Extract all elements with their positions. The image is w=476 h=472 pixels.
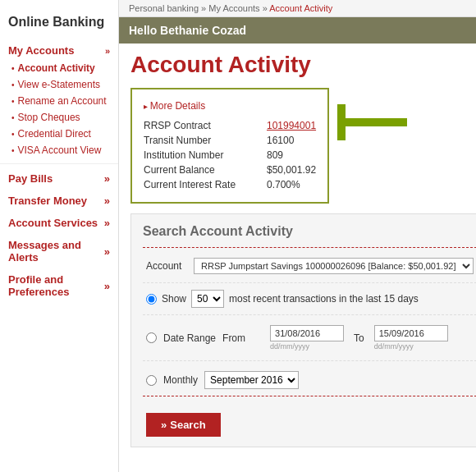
date-range-label: Date Range — [163, 332, 216, 344]
transit-value: 16100 — [267, 135, 294, 146]
sidebar-pay-bills-chevron: » — [104, 172, 110, 185]
rrsp-value[interactable]: 101994001 — [267, 120, 316, 131]
show-row: Show 50 most recent transactions in the … — [143, 290, 476, 308]
sidebar-account-services-label: Account Services — [8, 217, 98, 229]
search-section-title: Search Account Activity — [143, 224, 476, 239]
date-range-row: Date Range From dd/mm/yyyy To dd/mm/yyyy — [143, 322, 476, 354]
sidebar-section-messages[interactable]: Messages and Alerts » — [0, 234, 118, 268]
content-area: Account Activity More Details RRSP Contr… — [119, 44, 476, 456]
sidebar-transfer-label: Transfer Money — [8, 195, 87, 207]
search-top-divider — [143, 247, 476, 248]
search-button[interactable]: Search — [146, 413, 221, 437]
show-label: Show — [162, 293, 186, 305]
from-date-input[interactable] — [270, 325, 344, 341]
sidebar-item-account-activity[interactable]: • Account Activity — [0, 60, 118, 76]
sidebar-pay-bills-label: Pay Bills — [8, 172, 53, 185]
balance-row: Current Balance $50,001.92 — [144, 163, 316, 177]
sidebar-item-stop-cheques[interactable]: • Stop Cheques — [0, 109, 118, 126]
date-range-radio[interactable] — [146, 332, 157, 343]
sidebar-profile-chevron: » — [104, 280, 110, 292]
more-details-link[interactable]: More Details — [144, 100, 205, 112]
account-select[interactable]: RRSP Jumpstart Savings 100000026096 [Bal… — [194, 258, 474, 274]
breadcrumb-part2: My Accounts — [208, 3, 259, 13]
monthly-row: Monthly September 2016 — [143, 368, 476, 392]
sidebar-section-account-services[interactable]: Account Services » — [0, 212, 118, 234]
breadcrumb: Personal banking » My Accounts » Account… — [119, 0, 476, 17]
sidebar-item-estatements-label: View e-Statements — [18, 79, 101, 90]
to-date-input[interactable] — [374, 325, 448, 341]
rrsp-row: RRSP Contract 101994001 — [144, 118, 316, 133]
sidebar-section-accounts-label: My Accounts — [8, 44, 74, 57]
breadcrumb-sep2: » — [263, 3, 270, 13]
account-label: Account — [146, 260, 187, 272]
hello-bar: Hello Bethanie Cozad — [119, 17, 476, 44]
to-label: To — [354, 332, 364, 344]
institution-label: Institution Number — [144, 149, 250, 161]
search-inner-divider1 — [143, 282, 476, 283]
interest-row: Current Interest Rate 0.700% — [144, 177, 316, 192]
balance-label: Current Balance — [144, 164, 250, 176]
institution-row: Institution Number 809 — [144, 148, 316, 163]
sidebar-account-services-chevron: » — [104, 217, 110, 229]
show-radio[interactable] — [146, 294, 157, 305]
sidebar-section-accounts: My Accounts » • Account Activity • View … — [0, 41, 118, 158]
sidebar-item-account-activity-label: Account Activity — [18, 62, 95, 74]
search-bottom-divider — [143, 396, 476, 396]
sidebar-logo: Online Banking — [0, 8, 118, 41]
show-count-select[interactable]: 50 — [191, 290, 224, 308]
monthly-label: Monthly — [163, 374, 198, 386]
to-date-wrapper: dd/mm/yyyy — [374, 325, 448, 351]
account-form-row: Account RRSP Jumpstart Savings 100000026… — [143, 258, 476, 274]
sidebar-messages-chevron: » — [104, 245, 110, 258]
from-date-wrapper: dd/mm/yyyy — [270, 325, 344, 351]
sidebar-profile-label: Profile and Preferences — [8, 273, 104, 298]
transit-label: Transit Number — [144, 135, 250, 146]
arrow-wrapper — [337, 104, 411, 143]
from-label: From — [222, 332, 263, 344]
show-suffix: most recent transactions in the last 15 … — [229, 293, 419, 305]
from-date-placeholder: dd/mm/yyyy — [270, 342, 344, 351]
bullet-icon: • — [11, 64, 15, 73]
month-select[interactable]: September 2016 — [204, 371, 299, 389]
to-date-placeholder: dd/mm/yyyy — [374, 342, 448, 351]
breadcrumb-sep1: » — [201, 3, 208, 13]
sidebar-item-rename[interactable]: • Rename an Account — [0, 93, 118, 109]
search-section: Search Account Activity Account RRSP Jum… — [130, 213, 476, 447]
sidebar-item-visa[interactable]: • VISA Account View — [0, 142, 118, 158]
sidebar-section-accounts-header[interactable]: My Accounts » — [0, 41, 118, 60]
sidebar-item-estatements[interactable]: • View e-Statements — [0, 76, 118, 93]
arrow-icon — [337, 104, 411, 140]
interest-label: Current Interest Rate — [144, 179, 250, 190]
balance-value: $50,001.92 — [267, 164, 316, 176]
hello-bar-text: Hello Bethanie Cozad — [129, 24, 246, 37]
sidebar-section-pay-bills[interactable]: Pay Bills » — [0, 167, 118, 190]
sidebar-section-accounts-chevron: » — [105, 46, 110, 56]
sidebar-item-credential-direct[interactable]: • Credential Direct — [0, 126, 118, 142]
sidebar-item-visa-label: VISA Account View — [18, 144, 102, 156]
interest-value: 0.700% — [267, 179, 300, 190]
search-inner-divider3 — [143, 360, 476, 361]
rrsp-label: RRSP Contract — [144, 120, 250, 131]
sidebar-section-transfer-money[interactable]: Transfer Money » — [0, 190, 118, 212]
bullet-icon: • — [11, 97, 15, 106]
details-box: More Details RRSP Contract 101994001 Tra… — [130, 88, 329, 204]
main-content: Personal banking » My Accounts » Account… — [119, 0, 476, 472]
sidebar-item-credential-direct-label: Credential Direct — [18, 128, 91, 140]
monthly-radio[interactable] — [146, 375, 157, 386]
sidebar-item-stop-cheques-label: Stop Cheques — [18, 112, 80, 123]
bullet-icon: • — [11, 130, 15, 139]
bullet-icon: • — [11, 113, 15, 122]
bullet-icon: • — [11, 80, 15, 89]
page-title: Account Activity — [130, 52, 476, 78]
transit-row: Transit Number 16100 — [144, 133, 316, 148]
sidebar-messages-label: Messages and Alerts — [8, 239, 104, 263]
search-inner-divider2 — [143, 314, 476, 315]
breadcrumb-part3: Account Activity — [269, 3, 332, 13]
institution-value: 809 — [267, 149, 283, 161]
sidebar-item-rename-label: Rename an Account — [18, 95, 107, 107]
details-and-arrow-wrapper: More Details RRSP Contract 101994001 Tra… — [130, 88, 476, 205]
sidebar-divider — [0, 163, 118, 164]
sidebar-transfer-chevron: » — [104, 195, 110, 207]
breadcrumb-part1: Personal banking — [129, 3, 199, 13]
sidebar-section-profile[interactable]: Profile and Preferences » — [0, 268, 118, 303]
